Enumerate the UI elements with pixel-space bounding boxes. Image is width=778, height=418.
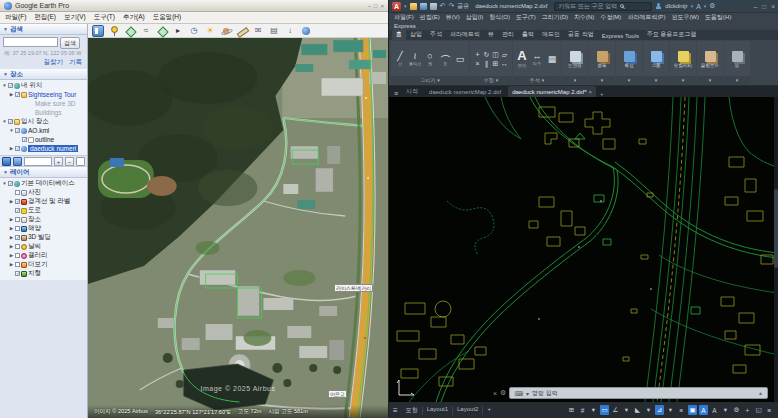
snapshot-icon[interactable] [76,157,85,166]
expander-icon[interactable]: ▶ [9,244,14,249]
file-tab[interactable]: daeduck numericMap 2.dxf* × [508,86,596,97]
map-place-label[interactable]: 카이스트네거리 [334,284,373,292]
layer-checkbox[interactable] [15,262,20,267]
places-tree-item[interactable]: Buildings [0,108,87,117]
ribbon-tab[interactable]: 파라메트릭 [446,29,484,40]
annoscale-caret-icon[interactable]: ▾ [721,405,730,415]
places-tree-item[interactable]: ▼ 내 위치 [0,81,87,90]
acad-menu-item[interactable]: 치수(N) [574,13,594,22]
item-checkbox[interactable] [8,119,13,124]
osnap-caret-icon[interactable]: ▾ [666,405,675,415]
layers-tree-item[interactable]: ▶ 날씨 [0,242,87,251]
save-image-icon[interactable]: ↓ [284,25,296,37]
ortho-icon[interactable]: ▭ [600,405,609,415]
expander-icon[interactable]: ▶ [9,217,14,222]
acad-menu-item[interactable]: 삽입(I) [466,13,484,22]
layer-label[interactable]: 장소 [28,215,41,224]
places-panel-header[interactable]: ▼ 장소 [0,69,87,80]
item-checkbox[interactable] [8,83,13,88]
item-label[interactable]: AO.kml [28,127,49,134]
layout-tab[interactable]: Layout2 [452,406,482,415]
search-panel-header[interactable]: ▼ 검색 [0,24,87,35]
satellite-map-canvas[interactable]: 카이스트네거리 어은교 Image © 2025 Airbus 이미지 © 20… [88,38,388,418]
layer-checkbox[interactable] [15,190,20,195]
zoom-in-button[interactable]: + [54,157,63,166]
item-label[interactable]: 내 위치 [21,81,42,90]
layers-tree-item[interactable]: ▶ 더보기 [0,260,87,269]
layer-label[interactable]: 날씨 [28,242,41,251]
command-close-icon[interactable]: × [493,390,497,397]
clipboard-panel-button[interactable]: 클립보드 ▾ [697,41,723,84]
acad-menu-item[interactable]: 윈도우(W) [671,13,699,22]
lineweight-icon[interactable]: ≡ [677,405,686,415]
chevron-down-icon[interactable]: ▾ [704,3,707,9]
layer-label[interactable]: 지형 [28,269,41,278]
modify-panel-footer[interactable]: 수정▾ [470,76,512,84]
open-icon[interactable] [410,3,417,10]
acad-menu-item[interactable]: 도움말(H) [705,13,731,22]
historical-imagery-icon[interactable]: ◷ [188,25,200,37]
panel-footer[interactable]: ▾ [562,76,588,84]
item-label[interactable]: Buildings [35,109,61,116]
dimension-tool[interactable]: ↔ 치수 [531,51,543,66]
layer-label[interactable]: 더보기 [28,260,48,269]
layer-checkbox[interactable] [15,253,20,258]
add-path-icon[interactable]: ≈ [140,25,152,37]
places-tree-item[interactable]: outline [0,135,87,144]
move-tool[interactable]: + [473,50,482,59]
help-search-input[interactable]: 키워드 또는 구문 입력 [554,2,652,11]
expander-icon[interactable]: ▶ [9,146,14,151]
customize-menu-icon[interactable]: ≡ [765,405,774,415]
acad-menu-item[interactable]: 그리기(D) [542,13,568,22]
selection-cycling-icon[interactable]: ▣ [688,405,697,415]
share-button[interactable]: 공유 [457,2,469,11]
sidebar-toggle-icon[interactable] [92,25,104,37]
email-icon[interactable]: ✉ [252,25,264,37]
item-checkbox[interactable] [15,146,20,151]
file-tab[interactable]: 시작 [402,86,424,97]
plus-icon[interactable]: + [743,405,752,415]
polyline-tool[interactable]: ≀ 폴리선 [409,51,421,66]
minimize-button[interactable]: – [368,3,371,9]
polar-caret-icon[interactable]: ▾ [622,405,631,415]
panel-footer[interactable]: ▾ [697,76,723,84]
scrollbar-thumb[interactable] [774,189,778,268]
chevron-down-icon[interactable]: ▾ [526,390,529,397]
undo-icon[interactable]: ↶ [440,2,446,10]
acad-menu-item[interactable]: 도구(T) [516,13,536,22]
acad-menu-item[interactable]: 파일(F) [394,13,414,22]
layers-panel-header[interactable]: ▼ 레이어 [0,167,87,178]
layers-panel-button[interactable]: 도면층 ▾ [562,41,588,84]
image-overlay-icon[interactable] [156,25,168,37]
places-filter-input[interactable] [24,157,52,166]
expander-icon[interactable]: ▼ [2,181,7,186]
autocad-logo-icon[interactable]: A [392,2,401,11]
layer-checkbox[interactable] [15,244,20,249]
chevron-down-icon[interactable]: ▾ [404,3,407,9]
maximize-button[interactable]: □ [762,3,766,10]
ribbon-tab[interactable]: 애드인 [538,29,564,40]
recent-commands-icon[interactable]: ▲ [758,390,763,396]
scale-tool[interactable]: ↔ [500,59,509,68]
layer-label[interactable]: 기본 데이터베이스 [21,179,75,188]
acad-menu-item[interactable]: 편집(E) [420,13,440,22]
acad-titlebar[interactable]: A ▾ ↶ ↷ 공유 daeduck numericMap 2.dxf 키워드 … [389,0,778,12]
signed-in-user[interactable]: dlckdntjr [665,3,687,9]
ribbon-tab[interactable]: 출력 [518,29,538,40]
ge-menu-item[interactable]: 편집(E) [34,13,56,22]
item-checkbox[interactable] [15,92,20,97]
chevron-down-icon[interactable]: ▾ [691,3,694,9]
offset-tool[interactable]: ▱ [500,50,509,59]
utilities-panel-button[interactable]: 유틸리티 ▾ [670,41,696,84]
places-tree-item[interactable]: ▶ daeduck numeri [0,144,87,153]
panel-footer[interactable]: ▾ [643,76,669,84]
places-tree-item[interactable]: ▼ 임시 장소 [0,117,87,126]
ge-menu-item[interactable]: 파일(F) [5,13,26,22]
file-tab[interactable]: daeduck numericMap 2.dxf [425,86,507,97]
layer-label[interactable]: 해양 [28,224,41,233]
item-label[interactable]: Make sure 3D [35,100,75,107]
table-tool[interactable]: ▦ [546,54,558,64]
expander-icon[interactable]: ▼ [2,119,7,124]
layer-checkbox[interactable] [15,226,20,231]
planets-icon[interactable] [220,25,232,37]
